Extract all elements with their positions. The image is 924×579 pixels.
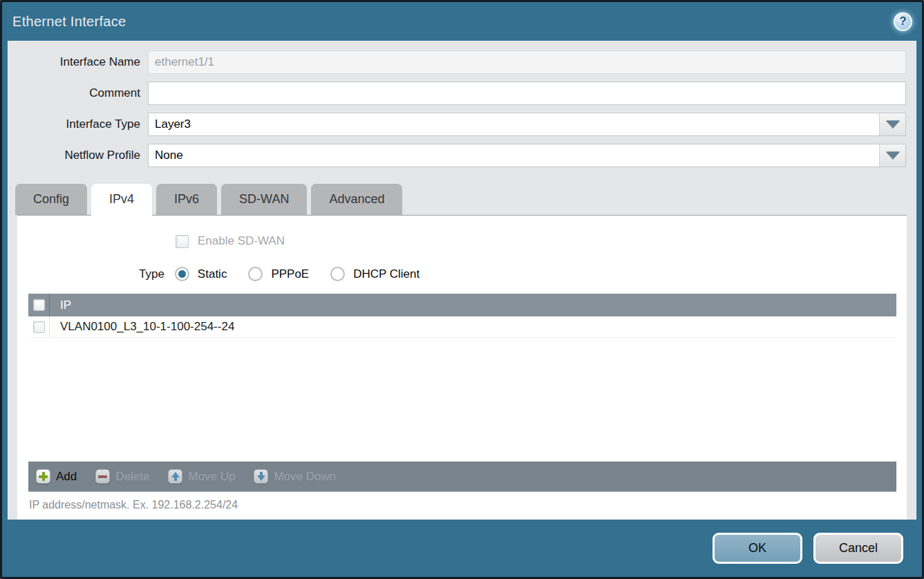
ip-format-hint: IP address/netmask. Ex. 192.168.2.254/24 — [17, 492, 907, 520]
table-row[interactable]: VLAN0100_L3_10-1-100-254--24 — [28, 316, 896, 338]
tab-config[interactable]: Config — [15, 184, 87, 215]
ip-table-header: IP — [28, 294, 896, 316]
netflow-profile-value: None — [149, 144, 879, 167]
netflow-profile-dropdown-button[interactable] — [879, 144, 905, 167]
tab-advanced[interactable]: Advanced — [311, 184, 402, 215]
add-button[interactable]: Add — [36, 469, 77, 484]
netflow-profile-select[interactable]: None — [148, 144, 906, 167]
move-up-button-label: Move Up — [188, 470, 235, 484]
comment-field[interactable] — [148, 82, 906, 105]
tab-sd-wan[interactable]: SD-WAN — [221, 184, 307, 215]
type-label: Type — [139, 267, 164, 281]
ipv4-tab-panel: Enable SD-WAN Type Static PPPoE DHCP Cli… — [17, 215, 907, 520]
interface-name-field — [148, 50, 906, 74]
interface-type-value: Layer3 — [149, 113, 879, 135]
help-icon[interactable]: ? — [894, 12, 912, 31]
form-area: Interface Name Comment Interface Type La… — [8, 41, 916, 175]
move-up-button[interactable]: Move Up — [168, 469, 235, 484]
enable-sdwan-checkbox — [176, 235, 189, 248]
enable-sdwan-label: Enable SD-WAN — [198, 234, 285, 248]
select-all-cell — [28, 294, 50, 316]
enable-sdwan-row: Enable SD-WAN — [176, 234, 907, 248]
comment-label: Comment — [8, 86, 148, 100]
add-button-label: Add — [56, 470, 77, 484]
chevron-down-icon — [886, 152, 900, 160]
arrow-up-icon — [168, 469, 182, 484]
row-checkbox[interactable] — [33, 321, 45, 333]
dialog-footer: OK Cancel — [2, 520, 922, 577]
dialog-titlebar: Ethernet Interface ? — [2, 2, 922, 41]
move-down-button[interactable]: Move Down — [254, 469, 336, 484]
interface-name-label: Interface Name — [8, 55, 148, 69]
tab-ipv4[interactable]: IPv4 — [91, 184, 152, 216]
form-row-interface-name: Interface Name — [8, 50, 906, 74]
interface-type-select[interactable]: Layer3 — [148, 113, 906, 136]
radio-pppoe[interactable] — [248, 267, 263, 281]
ethernet-interface-dialog: Ethernet Interface ? Interface Name Comm… — [0, 0, 924, 579]
delete-button-label: Delete — [115, 470, 149, 484]
ip-column-header: IP — [50, 294, 71, 316]
form-row-interface-type: Interface Type Layer3 — [8, 113, 906, 136]
row-ip-value[interactable]: VLAN0100_L3_10-1-100-254--24 — [50, 316, 234, 337]
radio-static[interactable] — [175, 267, 189, 281]
table-empty-space — [28, 338, 896, 462]
dialog-body: Interface Name Comment Interface Type La… — [8, 41, 916, 520]
table-toolbar: Add Delete Move Up Move Down — [28, 462, 896, 492]
radio-dhcp-client-label[interactable]: DHCP Client — [353, 267, 419, 281]
move-down-button-label: Move Down — [274, 470, 336, 484]
radio-dhcp-client[interactable] — [330, 267, 345, 281]
dialog-title: Ethernet Interface — [12, 14, 126, 30]
radio-static-label[interactable]: Static — [198, 267, 227, 281]
row-checkbox-cell — [28, 316, 50, 337]
ip-table: IP VLAN0100_L3_10-1-100-254--24 Add — [28, 294, 896, 492]
plus-icon — [36, 469, 50, 484]
netflow-profile-label: Netflow Profile — [8, 149, 148, 162]
delete-button[interactable]: Delete — [95, 469, 149, 484]
ok-button[interactable]: OK — [713, 533, 802, 564]
cancel-button[interactable]: Cancel — [813, 533, 903, 564]
arrow-down-icon — [254, 469, 268, 484]
tab-ipv6[interactable]: IPv6 — [156, 184, 217, 215]
form-row-comment: Comment — [8, 82, 906, 105]
interface-type-dropdown-button[interactable] — [879, 113, 905, 135]
type-row: Type Static PPPoE DHCP Client — [139, 267, 907, 281]
minus-icon — [95, 469, 110, 484]
tab-strip: Config IPv4 IPv6 SD-WAN Advanced — [15, 184, 916, 215]
select-all-checkbox[interactable] — [33, 299, 45, 311]
chevron-down-icon — [886, 121, 900, 129]
interface-type-label: Interface Type — [8, 117, 148, 131]
radio-pppoe-label[interactable]: PPPoE — [271, 267, 309, 281]
form-row-netflow-profile: Netflow Profile None — [8, 144, 906, 167]
